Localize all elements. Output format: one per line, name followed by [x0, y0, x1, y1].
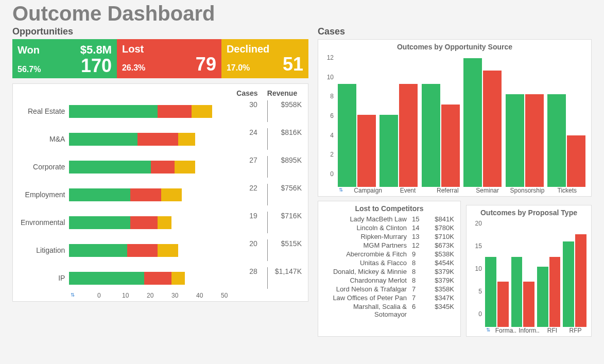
axis-tick: 8: [322, 93, 334, 100]
competitor-value: $379K: [425, 268, 454, 275]
axis-tick: Event: [388, 187, 427, 194]
table-row[interactable]: Donald, Mickey & Minnie8$379K: [322, 267, 456, 276]
table-row[interactable]: Lincoln & Clinton14$780K: [322, 223, 456, 232]
axis-tick: RFI: [541, 327, 564, 334]
competitor-value: $454K: [425, 259, 454, 267]
table-row[interactable]: Lady MacBeth Law15$841K: [322, 215, 456, 223]
outcomes-by-proposal-chart[interactable]: Outcomes by Proposal Type 20151050 ⇅Form…: [466, 205, 592, 337]
outcomes-by-proposal-title: Outcomes by Proposal Type: [471, 209, 587, 217]
axis-tick: Seminar: [468, 187, 507, 194]
competitor-value: $538K: [425, 250, 454, 258]
table-row[interactable]: Lord Nelson & Trafalgar7$358K: [322, 285, 456, 293]
kpi-tiles: Won $5.8M 56.7% 170 Lost 26.3% 79: [12, 39, 308, 78]
pa-category-label: Litigation: [17, 246, 69, 254]
table-row[interactable]: Ripken-Murrary13$710K: [322, 232, 456, 241]
pa-revenue-value: $958K: [268, 100, 304, 122]
competitor-value: $673K: [425, 241, 454, 249]
competitor-name: Abercrombie & Fitch: [324, 250, 412, 258]
axis-tick: 5: [471, 288, 482, 295]
pa-cases-value: 30: [239, 100, 267, 122]
bar-lost: [525, 94, 544, 187]
bar-won: [485, 257, 496, 327]
cases-heading: Cases: [318, 26, 592, 37]
pa-revenue-value: $515K: [268, 239, 304, 261]
bar-group[interactable]: [546, 94, 588, 187]
competitor-count: 13: [412, 233, 425, 240]
pa-cases-value: 19: [239, 212, 267, 233]
axis-tick: 10: [322, 74, 334, 81]
bar-won: [422, 84, 440, 187]
sort-icon[interactable]: ⇅: [336, 187, 346, 194]
bar-group[interactable]: [378, 84, 420, 187]
bar-group[interactable]: [504, 94, 545, 187]
competitor-count: 8: [412, 268, 425, 275]
table-row[interactable]: IP28$1,147K: [17, 264, 304, 292]
kpi-won[interactable]: Won $5.8M 56.7% 170: [12, 39, 117, 78]
table-row[interactable]: Law Offices of Peter Pan7$347K: [322, 293, 456, 302]
table-row[interactable]: Unitas & Flacco8$454K: [322, 258, 456, 267]
bar-won: [563, 241, 574, 327]
pa-header-revenue: Revenue: [266, 89, 299, 97]
table-row[interactable]: Real Estate30$958K: [17, 97, 304, 125]
sort-icon[interactable]: ⇅: [484, 327, 492, 334]
competitor-name: Lady MacBeth Law: [324, 215, 412, 223]
bar-group[interactable]: [485, 257, 509, 327]
kpi-declined[interactable]: Declined 17.0% 51: [221, 39, 308, 78]
axis-tick: 0: [322, 170, 334, 178]
bar-won: [511, 257, 523, 327]
bar-lost: [567, 135, 585, 187]
table-row[interactable]: Chardonnay Merlot8$379K: [322, 276, 456, 285]
competitor-value: $345K: [425, 303, 454, 318]
table-row[interactable]: Marshall, Scalia & Sotomayor6$345K: [322, 302, 456, 319]
table-row[interactable]: Corporate27$895K: [17, 153, 304, 181]
bar-group[interactable]: [336, 84, 377, 187]
pa-revenue-value: $1,147K: [268, 267, 304, 289]
table-row[interactable]: MGM Partners12$673K: [322, 241, 456, 250]
outcomes-by-source-title: Outcomes by Opportunity Source: [322, 43, 587, 51]
pa-cases-value: 24: [239, 128, 267, 150]
competitor-value: $379K: [425, 276, 454, 284]
kpi-lost-pct: 26.3%: [122, 63, 145, 73]
table-row[interactable]: Litigation20$515K: [17, 236, 304, 264]
competitor-name: Unitas & Flacco: [324, 259, 412, 267]
axis-tick: 10: [122, 292, 147, 299]
competitor-value: $841K: [425, 215, 454, 223]
table-row[interactable]: Envronmental19$716K: [17, 209, 304, 236]
bar-group[interactable]: [510, 257, 535, 327]
bar-lost: [497, 282, 509, 327]
competitor-count: 15: [412, 215, 425, 223]
bar-group[interactable]: [462, 58, 504, 187]
pa-category-label: Envronmental: [17, 218, 69, 227]
axis-tick: 6: [322, 112, 334, 119]
axis-tick: 0: [97, 292, 122, 299]
axis-tick: 30: [171, 292, 196, 299]
bar-group[interactable]: [536, 257, 561, 327]
outcomes-by-source-chart[interactable]: Outcomes by Opportunity Source 121086420…: [318, 39, 592, 197]
pa-revenue-value: $816K: [268, 128, 304, 150]
sort-icon[interactable]: ⇅: [71, 292, 95, 299]
axis-tick: RFP: [564, 327, 587, 334]
kpi-lost[interactable]: Lost 26.3% 79: [117, 39, 221, 78]
competitor-value: $710K: [425, 233, 454, 240]
axis-tick: Sponsorship: [507, 187, 547, 194]
competitor-name: Marshall, Scalia & Sotomayor: [324, 303, 412, 318]
lost-to-competitors-panel[interactable]: Lost to Competitors Lady MacBeth Law15$8…: [318, 201, 461, 337]
table-row[interactable]: Abercrombie & Fitch9$538K: [322, 250, 456, 258]
bar-group[interactable]: [562, 234, 587, 327]
pa-cases-value: 20: [239, 239, 267, 261]
competitor-count: 8: [412, 276, 425, 284]
axis-tick: Referral: [428, 187, 468, 194]
table-row[interactable]: M&A24$816K: [17, 125, 304, 153]
competitor-count: 14: [412, 224, 425, 232]
bar-group[interactable]: [420, 84, 461, 187]
competitor-value: $358K: [425, 285, 454, 293]
competitor-name: MGM Partners: [324, 241, 412, 249]
pa-category-label: Employment: [17, 190, 69, 199]
axis-tick: 12: [322, 54, 334, 61]
competitor-name: Lincoln & Clinton: [324, 224, 412, 232]
opportunities-heading: Opportunities: [12, 26, 308, 37]
axis-tick: Campaign: [348, 187, 388, 194]
practice-area-chart[interactable]: Cases Revenue Real Estate30$958KM&A24$81…: [12, 83, 308, 302]
table-row[interactable]: Employment22$756K: [17, 181, 304, 209]
pa-category-label: Real Estate: [17, 107, 69, 115]
